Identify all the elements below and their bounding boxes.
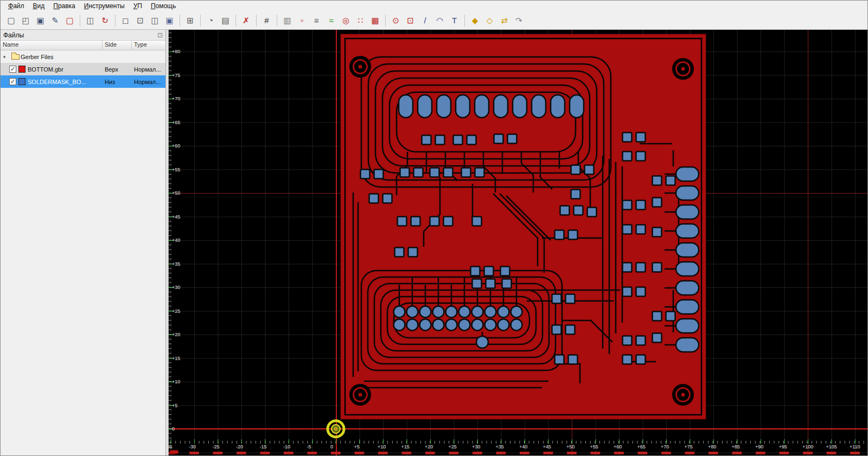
application-window: ФайлВидПравкаИнструментыУППомощь ▢◰▣✎▢◫↻… xyxy=(0,0,868,456)
vertical-ruler: +80+75+70+65+60+55+50+45+40+35+30+25+20+… xyxy=(169,30,183,455)
h-ruler-label: +65 xyxy=(637,444,646,449)
file-type: Нормал... xyxy=(132,66,165,73)
h-ruler-label: +100 xyxy=(802,444,813,449)
menu-уп[interactable]: УП xyxy=(129,1,146,11)
v-ruler-label: +60 xyxy=(172,143,180,149)
h-ruler-label: +35 xyxy=(496,444,504,449)
transform-selection-icon[interactable]: ⊡ xyxy=(133,14,147,27)
v-ruler-label: +30 xyxy=(172,285,180,290)
h-ruler-label: +75 xyxy=(685,444,693,449)
report-icon[interactable]: ▤ xyxy=(219,14,232,27)
h-ruler-label: -25 xyxy=(213,444,220,449)
file-row[interactable]: ✓BOTTOM.gbrВерхНормал... xyxy=(1,63,165,75)
menu-файл[interactable]: Файл xyxy=(4,1,29,11)
h-ruler-label: +95 xyxy=(779,444,787,449)
panelize-icon[interactable]: ⊞ xyxy=(183,14,197,27)
files-panel-header: Файлы ⊡ xyxy=(1,30,165,41)
main-area: Файлы ⊡ Name Side Type ▾Gerber Files✓BOT… xyxy=(1,30,867,455)
column-side[interactable]: Side xyxy=(103,41,132,50)
h-ruler-label: +90 xyxy=(755,444,763,449)
polyline-icon[interactable]: ≈ xyxy=(324,14,338,27)
raster-grid-icon[interactable]: ▦ xyxy=(368,14,382,27)
toolbar-separator xyxy=(464,15,465,27)
menu-правка[interactable]: Правка xyxy=(49,1,80,11)
layer-visibility-checkbox[interactable]: ✓ xyxy=(9,66,16,73)
menu-инструменты[interactable]: Инструменты xyxy=(80,1,129,11)
h-ruler-label: 0 xyxy=(330,444,333,449)
rotate-selection-icon[interactable]: ↷ xyxy=(512,14,526,27)
save-as-icon[interactable]: ✎ xyxy=(48,14,62,27)
column-name[interactable]: Name xyxy=(1,41,103,50)
new-file-icon[interactable]: ▢ xyxy=(4,14,18,27)
v-ruler-label: +70 xyxy=(172,96,180,101)
file-name: BOTTOM.gbr xyxy=(28,66,63,73)
menu-bar: ФайлВидПравкаИнструментыУППомощь xyxy=(1,1,867,11)
column-type[interactable]: Type xyxy=(132,41,165,50)
close-file-icon[interactable]: ▢ xyxy=(63,14,76,27)
aperture-icon[interactable]: ∷ xyxy=(354,14,367,27)
menu-вид[interactable]: Вид xyxy=(29,1,49,11)
h-ruler-label: +25 xyxy=(449,444,457,449)
select-rect-icon[interactable]: ◻ xyxy=(119,14,132,27)
h-ruler-label: -20 xyxy=(236,444,243,449)
file-row[interactable]: ✓SOLDERMASK_BO...НизНормал... xyxy=(1,75,165,88)
key-export-icon[interactable]: ◇ xyxy=(483,14,496,27)
reload-file-icon[interactable]: ↻ xyxy=(98,14,112,27)
h-ruler-label: +40 xyxy=(519,444,527,449)
files-panel-title: Файлы xyxy=(3,31,24,39)
files-panel: Файлы ⊡ Name Side Type ▾Gerber Files✓BOT… xyxy=(1,30,166,455)
axis-x0-line xyxy=(336,30,337,455)
draw-arc-icon[interactable]: ◠ xyxy=(433,14,446,27)
simulate-icon[interactable]: ◔ xyxy=(204,14,218,27)
panel-menu-icon[interactable]: ⊡ xyxy=(157,31,163,39)
h-ruler-label: +105 xyxy=(826,444,837,449)
flash-donut-icon[interactable]: ◎ xyxy=(339,14,353,27)
file-side: Низ xyxy=(103,79,132,85)
pcb-canvas[interactable]: +80+75+70+65+60+55+50+45+40+35+30+25+20+… xyxy=(169,30,867,455)
v-ruler-label: +40 xyxy=(172,237,180,243)
h-ruler-label: +30 xyxy=(472,444,480,449)
copper-layer-icon[interactable]: ▥ xyxy=(280,14,294,27)
toolbar-separator xyxy=(200,15,201,27)
v-ruler-label: +80 xyxy=(172,49,180,54)
fill-region-icon[interactable]: ▣ xyxy=(163,14,176,27)
draw-text-icon[interactable]: T xyxy=(448,14,461,27)
v-ruler-label: +25 xyxy=(172,309,180,314)
h-ruler-label: +80 xyxy=(708,444,716,449)
open-folder-icon[interactable]: ◰ xyxy=(19,14,33,27)
layers-list-icon[interactable]: ≡ xyxy=(310,14,323,27)
draw-pad-icon[interactable]: ⊡ xyxy=(404,14,417,27)
draw-circle-icon[interactable]: ⊙ xyxy=(389,14,403,27)
menu-помощь[interactable]: Помощь xyxy=(146,1,180,11)
tree-expander-icon[interactable]: ▾ xyxy=(1,54,8,60)
canvas-grid xyxy=(169,30,867,455)
measure-region-icon[interactable]: ◫ xyxy=(148,14,162,27)
layer-color-swatch[interactable] xyxy=(18,66,25,73)
key-merge-icon[interactable]: ⇄ xyxy=(497,14,511,27)
h-ruler-label: +50 xyxy=(566,444,575,449)
tree-root-row[interactable]: ▾Gerber Files xyxy=(1,50,165,63)
files-tree: ▾Gerber Files✓BOTTOM.gbrВерхНормал...✓SO… xyxy=(1,50,165,455)
file-side: Верх xyxy=(103,66,132,73)
draw-line-icon[interactable]: / xyxy=(418,14,432,27)
tree-root-label: Gerber Files xyxy=(21,54,54,60)
drill-map-icon[interactable]: # xyxy=(260,14,273,27)
save-icon[interactable]: ▣ xyxy=(34,14,47,27)
board-outline-icon[interactable]: ▫ xyxy=(295,14,309,27)
v-ruler-label: +20 xyxy=(172,332,180,337)
toolbar-separator xyxy=(180,15,180,27)
horizontal-ruler-red-marks xyxy=(169,452,867,454)
layer-visibility-checkbox[interactable]: ✓ xyxy=(9,78,16,85)
key-icon[interactable]: ◆ xyxy=(468,14,482,27)
v-ruler-label: 0 xyxy=(172,426,175,432)
file-name: SOLDERMASK_BO... xyxy=(28,79,86,85)
v-ruler-label: +15 xyxy=(172,356,180,361)
export-icon[interactable]: ◫ xyxy=(84,14,97,27)
toolbar-separator xyxy=(256,15,257,27)
layer-color-swatch[interactable] xyxy=(18,78,25,85)
h-ruler-label: -15 xyxy=(260,444,267,449)
h-ruler-label: +45 xyxy=(543,444,551,449)
delete-nodes-icon[interactable]: ✗ xyxy=(239,14,253,27)
v-ruler-label: +65 xyxy=(172,120,180,125)
toolbar-separator xyxy=(277,15,277,27)
